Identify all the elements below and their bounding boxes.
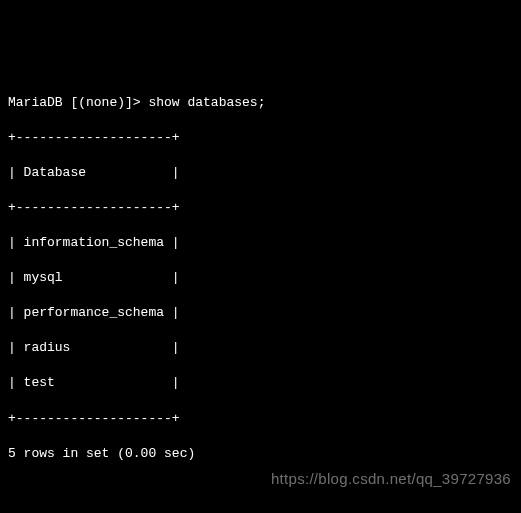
result-summary: 5 rows in set (0.00 sec) bbox=[8, 445, 513, 463]
command-text: show databases; bbox=[148, 95, 265, 110]
table-border: +--------------------+ bbox=[8, 410, 513, 428]
table-row: | radius | bbox=[8, 339, 513, 357]
table-row: | performance_schema | bbox=[8, 304, 513, 322]
table-row: | test | bbox=[8, 374, 513, 392]
table-header: | Database | bbox=[8, 164, 513, 182]
table-row: | mysql | bbox=[8, 269, 513, 287]
watermark-text: https://blog.csdn.net/qq_39727936 bbox=[271, 469, 511, 489]
table-border: +--------------------+ bbox=[8, 199, 513, 217]
table-border: +--------------------+ bbox=[8, 129, 513, 147]
table-row: | information_schema | bbox=[8, 234, 513, 252]
terminal-output: MariaDB [(none)]> show databases; +-----… bbox=[8, 76, 513, 513]
prompt-line: MariaDB [(none)]> show databases; bbox=[8, 94, 513, 112]
prompt: MariaDB [(none)]> bbox=[8, 95, 148, 110]
